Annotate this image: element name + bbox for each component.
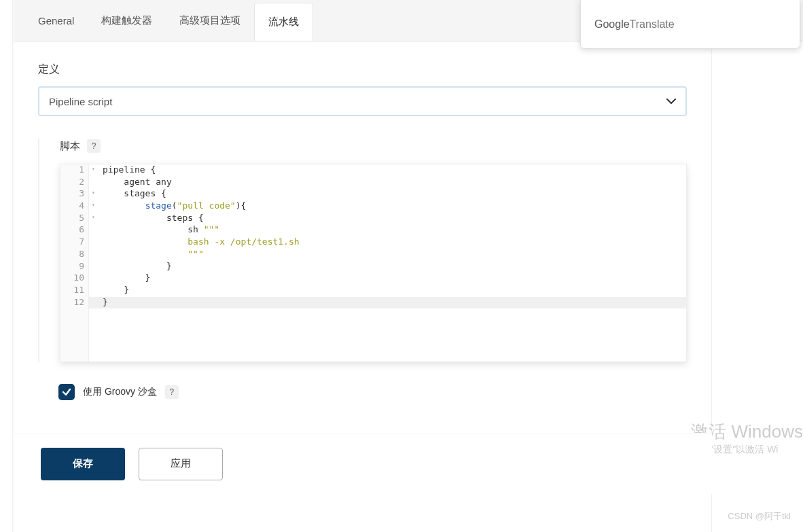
- code-text: }: [89, 297, 686, 307]
- code-text: }: [89, 285, 686, 295]
- line-number: 1: [60, 164, 89, 177]
- groovy-sandbox-label: 使用 Groovy 沙盒: [83, 386, 157, 398]
- definition-label: 定义: [38, 63, 687, 77]
- check-icon: [62, 387, 71, 397]
- code-text: sh """: [89, 224, 686, 234]
- code-line[interactable]: 5▾ steps {: [60, 213, 686, 225]
- script-section: 脚本 ? 1▾pipeline {2 agent any3▾ stages {4…: [38, 139, 687, 362]
- line-number: 12: [60, 297, 89, 309]
- code-line[interactable]: 1▾pipeline {: [60, 164, 686, 177]
- code-line[interactable]: 9 }: [60, 261, 686, 273]
- groovy-sandbox-row: 使用 Groovy 沙盒 ?: [38, 384, 687, 400]
- csdn-credit: CSDN @阿干tkl: [728, 510, 791, 522]
- code-line[interactable]: 2 agent any: [60, 177, 686, 189]
- google-logo-text: Google: [594, 18, 630, 31]
- code-line[interactable]: 3▾ stages {: [60, 188, 686, 200]
- definition-dropdown[interactable]: Pipeline script: [38, 86, 687, 116]
- code-text: }: [89, 272, 686, 283]
- code-line[interactable]: 11 }: [60, 285, 686, 297]
- line-number: 3: [60, 188, 89, 200]
- line-number: 9: [60, 261, 89, 273]
- code-text: agent any: [89, 177, 686, 187]
- tab-advanced-options[interactable]: 高级项目选项: [166, 2, 254, 39]
- save-button[interactable]: 保存: [41, 448, 125, 480]
- code-text: }: [89, 261, 686, 271]
- google-translate-popup[interactable]: Google Translate: [580, 0, 800, 49]
- code-line[interactable]: 8 """: [60, 249, 686, 261]
- line-number: 11: [60, 285, 89, 297]
- code-text: """: [89, 249, 686, 259]
- pipeline-script-editor[interactable]: 1▾pipeline {2 agent any3▾ stages {4▾ sta…: [60, 164, 687, 362]
- code-line[interactable]: 10 }: [60, 272, 686, 285]
- code-line[interactable]: 7 bash -x /opt/test1.sh: [60, 236, 686, 249]
- apply-button[interactable]: 应用: [139, 448, 223, 480]
- line-number: 6: [60, 224, 89, 236]
- line-number: 10: [60, 272, 89, 285]
- script-help-icon[interactable]: ?: [87, 139, 101, 153]
- line-number: 2: [60, 177, 89, 189]
- line-number: 7: [60, 236, 89, 249]
- line-number: 4: [60, 200, 89, 213]
- sandbox-help-icon[interactable]: ?: [165, 385, 179, 399]
- chevron-down-icon: [666, 99, 676, 104]
- code-text: stages {: [89, 188, 686, 198]
- translate-label: Translate: [630, 18, 675, 31]
- tab-pipeline[interactable]: 流水线: [254, 3, 313, 41]
- script-label: 脚本: [60, 140, 80, 153]
- code-line[interactable]: 12}: [60, 297, 686, 309]
- code-line[interactable]: 6 sh """: [60, 224, 686, 236]
- tab-general[interactable]: General: [24, 3, 88, 39]
- code-text: steps {: [89, 213, 686, 223]
- code-line[interactable]: 4▾ stage("pull code"){: [60, 200, 686, 213]
- code-text: stage("pull code"){: [89, 200, 686, 211]
- line-number: 8: [60, 249, 89, 261]
- definition-dropdown-value: Pipeline script: [49, 96, 112, 107]
- code-text: pipeline {: [89, 164, 686, 175]
- code-text: bash -x /opt/test1.sh: [89, 236, 686, 247]
- tab-build-triggers[interactable]: 构建触发器: [88, 2, 166, 39]
- action-button-bar: 保存 应用: [14, 433, 712, 494]
- groovy-sandbox-checkbox[interactable]: [58, 384, 75, 400]
- line-number: 5: [60, 213, 89, 225]
